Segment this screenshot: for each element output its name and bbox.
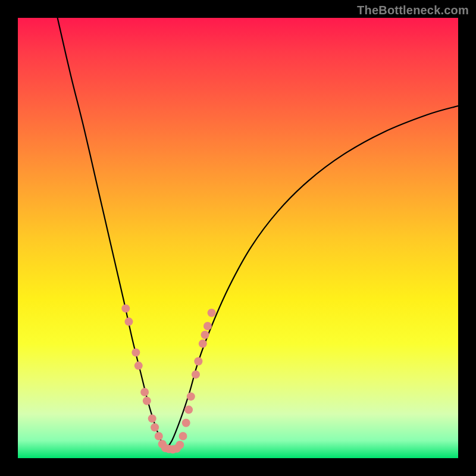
data-point [194, 357, 202, 365]
dot-layer [121, 304, 215, 453]
data-point [179, 432, 187, 440]
data-point [151, 423, 159, 431]
data-point [124, 318, 133, 326]
data-point [203, 322, 212, 330]
data-point [199, 340, 207, 348]
data-point [187, 392, 195, 400]
data-point [140, 388, 149, 396]
data-point [155, 432, 163, 440]
chart-svg [18, 18, 458, 458]
data-point [143, 397, 151, 405]
data-point [201, 331, 209, 339]
data-point [134, 362, 143, 370]
data-point [182, 419, 190, 427]
data-point [208, 309, 216, 317]
watermark-text: TheBottleneck.com [357, 4, 469, 17]
plot-area [18, 18, 458, 458]
curve-layer [58, 18, 458, 449]
curve-left-curve [58, 18, 165, 449]
data-point [192, 370, 200, 378]
data-point [121, 304, 130, 312]
data-point [184, 406, 193, 414]
data-point [148, 414, 156, 422]
data-point [131, 348, 140, 356]
curve-right-curve [165, 106, 458, 449]
data-point [176, 441, 184, 449]
